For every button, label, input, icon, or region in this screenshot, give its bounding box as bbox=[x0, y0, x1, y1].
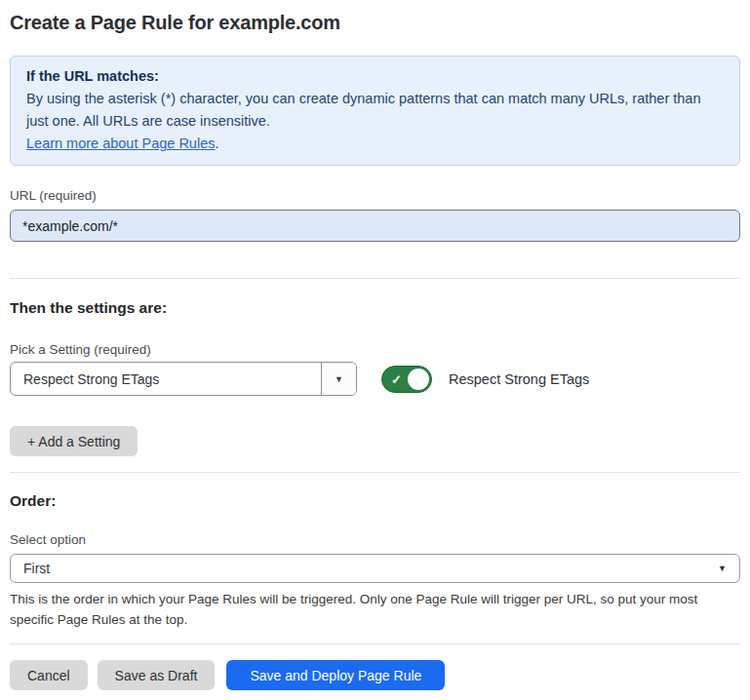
add-setting-button[interactable]: + Add a Setting bbox=[10, 426, 138, 456]
url-match-info-box: If the URL matches: By using the asteris… bbox=[10, 56, 740, 166]
learn-more-link[interactable]: Learn more about Page Rules bbox=[26, 136, 215, 151]
setting-row: Respect Strong ETags ▼ ✓ Respect Strong … bbox=[10, 362, 740, 396]
url-label: URL (required) bbox=[10, 187, 740, 204]
footer-actions: Cancel Save as Draft Save and Deploy Pag… bbox=[10, 660, 740, 690]
link-suffix: . bbox=[215, 136, 218, 151]
save-draft-button[interactable]: Save as Draft bbox=[98, 660, 216, 690]
toggle-label: Respect Strong ETags bbox=[449, 371, 589, 387]
save-deploy-button[interactable]: Save and Deploy Page Rule bbox=[226, 660, 445, 690]
chevron-down-icon[interactable]: ▼ bbox=[321, 363, 356, 395]
settings-section-heading: Then the settings are: bbox=[10, 298, 740, 317]
setting-select-value: Respect Strong ETags bbox=[11, 371, 159, 387]
cancel-button[interactable]: Cancel bbox=[10, 660, 88, 690]
divider bbox=[10, 278, 740, 279]
info-box-body: By using the asterisk (*) character, you… bbox=[26, 88, 724, 133]
divider bbox=[10, 472, 740, 473]
info-box-link-line: Learn more about Page Rules. bbox=[26, 133, 724, 155]
toggle-knob bbox=[408, 369, 429, 390]
page-title: Create a Page Rule for example.com bbox=[10, 10, 740, 35]
info-box-heading: If the URL matches: bbox=[26, 65, 724, 88]
order-select-value: First bbox=[23, 561, 50, 576]
order-section-heading: Order: bbox=[10, 491, 740, 510]
select-option-label: Select option bbox=[10, 531, 740, 548]
order-help-text: This is the order in which your Page Rul… bbox=[10, 589, 740, 630]
check-icon: ✓ bbox=[391, 372, 402, 385]
create-page-rule-form: Create a Page Rule for example.com If th… bbox=[0, 0, 750, 690]
order-select[interactable]: First ▼ bbox=[10, 554, 740, 583]
divider bbox=[10, 643, 740, 644]
setting-toggle[interactable]: ✓ bbox=[381, 366, 432, 393]
chevron-down-icon: ▼ bbox=[718, 564, 727, 573]
pick-setting-label: Pick a Setting (required) bbox=[10, 341, 740, 358]
setting-select[interactable]: Respect Strong ETags ▼ bbox=[10, 362, 357, 396]
url-input[interactable] bbox=[10, 210, 740, 242]
